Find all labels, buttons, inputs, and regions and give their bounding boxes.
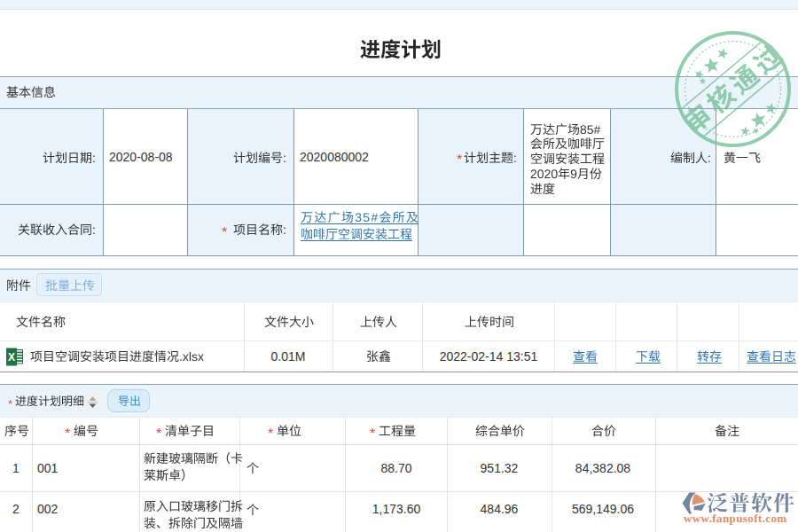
svg-text:X: X — [8, 351, 15, 364]
